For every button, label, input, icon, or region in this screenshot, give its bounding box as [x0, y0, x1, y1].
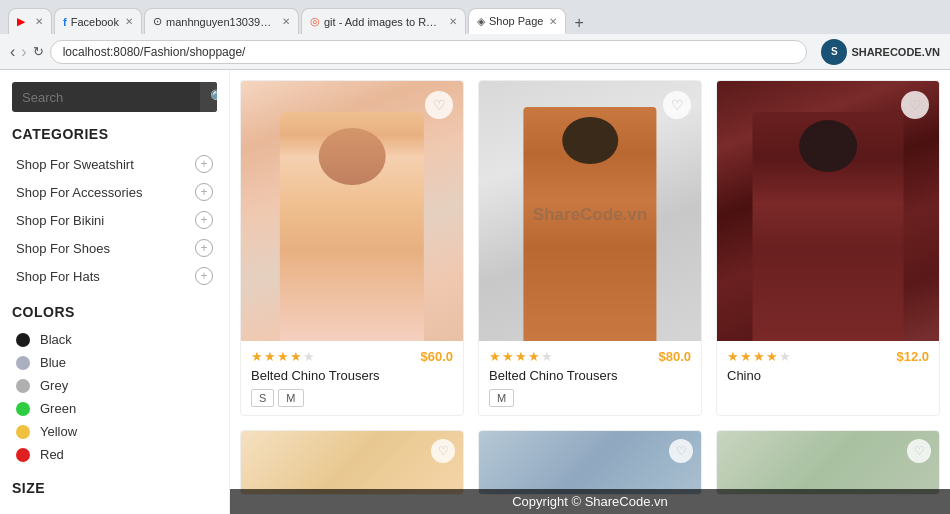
forward-button[interactable]: ›	[21, 43, 26, 61]
new-tab-button[interactable]: +	[568, 14, 589, 32]
color-item-blue[interactable]: Blue	[0, 351, 229, 374]
star-2-4: ★	[528, 349, 540, 364]
product-3-stars: ★ ★ ★ ★ ★	[727, 349, 791, 364]
category-item-hats[interactable]: Shop For Hats +	[0, 262, 229, 290]
blue-label: Blue	[40, 355, 66, 370]
tab-yt[interactable]: ▶ ✕	[8, 8, 52, 34]
address-bar[interactable]: localhost:8080/Fashion/shoppage/	[50, 40, 808, 64]
product-2-name: Belted Chino Trousers	[489, 368, 691, 383]
category-accessories-label: Shop For Accessories	[16, 185, 142, 200]
products-grid-row2: ♡ ♡ ♡	[240, 430, 940, 495]
star-3-1: ★	[727, 349, 739, 364]
star-3-5: ★	[779, 349, 791, 364]
tab-git-close[interactable]: ✕	[449, 16, 457, 27]
product-card-1[interactable]: ♡ ★ ★ ★ ★ ★ $60.0 Belted Chino Trousers	[240, 80, 464, 416]
product-card-2[interactable]: ♡ ShareCode.vn ★ ★ ★ ★ ★ $80.0	[478, 80, 702, 416]
black-dot	[16, 333, 30, 347]
product-card-5[interactable]: ♡	[478, 430, 702, 495]
red-dot	[16, 448, 30, 462]
product-card-4[interactable]: ♡	[240, 430, 464, 495]
category-shoes-label: Shop For Shoes	[16, 241, 110, 256]
category-add-icon-2[interactable]: +	[195, 211, 213, 229]
wishlist-button-5[interactable]: ♡	[669, 439, 693, 463]
tab-git[interactable]: ◎ git - Add images to README.m... ✕	[301, 8, 466, 34]
wishlist-button-3[interactable]: ♡	[901, 91, 929, 119]
category-item-accessories[interactable]: Shop For Accessories +	[0, 178, 229, 206]
wishlist-button-1[interactable]: ♡	[425, 91, 453, 119]
product-5-image	[479, 431, 701, 495]
star-1-2: ★	[264, 349, 276, 364]
tab-fb-close[interactable]: ✕	[125, 16, 133, 27]
wishlist-button-2[interactable]: ♡	[663, 91, 691, 119]
product-2-stars: ★ ★ ★ ★ ★	[489, 349, 553, 364]
product-6-image	[717, 431, 939, 495]
product-2-image	[479, 81, 701, 341]
product-1-name: Belted Chino Trousers	[251, 368, 453, 383]
size-m-2[interactable]: M	[489, 389, 514, 407]
main-content: ♡ ★ ★ ★ ★ ★ $60.0 Belted Chino Trousers	[230, 70, 950, 514]
product-1-price: $60.0	[420, 349, 453, 364]
tab-shop-close[interactable]: ✕	[549, 16, 557, 27]
page-content: 🔍 CATEGORIES Shop For Sweatshirt + Shop …	[0, 70, 950, 514]
product-card-3[interactable]: ♡ ★ ★ ★ ★ ★ $12.0 Chino	[716, 80, 940, 416]
search-input[interactable]	[12, 83, 200, 112]
browser-tabs-bar: ▶ ✕ f Facebook ✕ ⊙ manhnguyen130399/WebS…	[0, 0, 950, 34]
copyright-text: Copyright © ShareCode.vn	[512, 494, 668, 509]
color-item-green[interactable]: Green	[0, 397, 229, 420]
size-section: SIZE	[0, 480, 229, 496]
blue-dot	[16, 356, 30, 370]
category-item-sweatshirt[interactable]: Shop For Sweatshirt +	[0, 150, 229, 178]
reload-button[interactable]: ↻	[33, 44, 44, 59]
category-hats-label: Shop For Hats	[16, 269, 100, 284]
back-button[interactable]: ‹	[10, 43, 15, 61]
color-item-yellow[interactable]: Yellow	[0, 420, 229, 443]
size-s-1[interactable]: S	[251, 389, 274, 407]
search-bar: 🔍	[12, 82, 217, 112]
product-card-6[interactable]: ♡	[716, 430, 940, 495]
fb-favicon: f	[63, 16, 67, 28]
category-add-icon-4[interactable]: +	[195, 267, 213, 285]
tab-gh-close[interactable]: ✕	[282, 16, 290, 27]
size-m-1[interactable]: M	[278, 389, 303, 407]
star-2-2: ★	[502, 349, 514, 364]
product-2-sizes: M	[489, 389, 691, 407]
product-3-image	[717, 81, 939, 341]
product-1-image	[241, 81, 463, 341]
sidebar: 🔍 CATEGORIES Shop For Sweatshirt + Shop …	[0, 70, 230, 514]
category-item-shoes[interactable]: Shop For Shoes +	[0, 234, 229, 262]
tab-gh[interactable]: ⊙ manhnguyen130399/WebSprin... ✕	[144, 8, 299, 34]
star-1-3: ★	[277, 349, 289, 364]
category-add-icon-0[interactable]: +	[195, 155, 213, 173]
tab-git-label: git - Add images to README.m...	[324, 16, 443, 28]
category-add-icon-3[interactable]: +	[195, 239, 213, 257]
product-1-info: ★ ★ ★ ★ ★ $60.0 Belted Chino Trousers S …	[241, 341, 463, 415]
grey-label: Grey	[40, 378, 68, 393]
categories-section: CATEGORIES Shop For Sweatshirt + Shop Fo…	[0, 126, 229, 290]
yellow-label: Yellow	[40, 424, 77, 439]
tab-yt-close[interactable]: ✕	[35, 16, 43, 27]
tab-shop[interactable]: ◈ Shop Page ✕	[468, 8, 566, 34]
colors-title: COLORS	[12, 304, 217, 320]
git-favicon: ◎	[310, 15, 320, 28]
tab-shop-label: Shop Page	[489, 15, 543, 27]
category-add-icon-1[interactable]: +	[195, 183, 213, 201]
search-button[interactable]: 🔍	[200, 82, 217, 112]
star-3-2: ★	[740, 349, 752, 364]
grey-dot	[16, 379, 30, 393]
wishlist-button-4[interactable]: ♡	[431, 439, 455, 463]
browser-window: ▶ ✕ f Facebook ✕ ⊙ manhnguyen130399/WebS…	[0, 0, 950, 70]
star-1-4: ★	[290, 349, 302, 364]
color-item-red[interactable]: Red	[0, 443, 229, 466]
size-title: SIZE	[12, 480, 217, 496]
wishlist-button-6[interactable]: ♡	[907, 439, 931, 463]
sharecode-logo: S	[821, 39, 847, 65]
product-1-rating-row: ★ ★ ★ ★ ★ $60.0	[251, 349, 453, 364]
product-1-sizes: S M	[251, 389, 453, 407]
red-label: Red	[40, 447, 64, 462]
color-item-black[interactable]: Black	[0, 328, 229, 351]
category-item-bikini[interactable]: Shop For Bikini +	[0, 206, 229, 234]
category-bikini-label: Shop For Bikini	[16, 213, 104, 228]
star-2-1: ★	[489, 349, 501, 364]
tab-fb[interactable]: f Facebook ✕	[54, 8, 142, 34]
color-item-grey[interactable]: Grey	[0, 374, 229, 397]
